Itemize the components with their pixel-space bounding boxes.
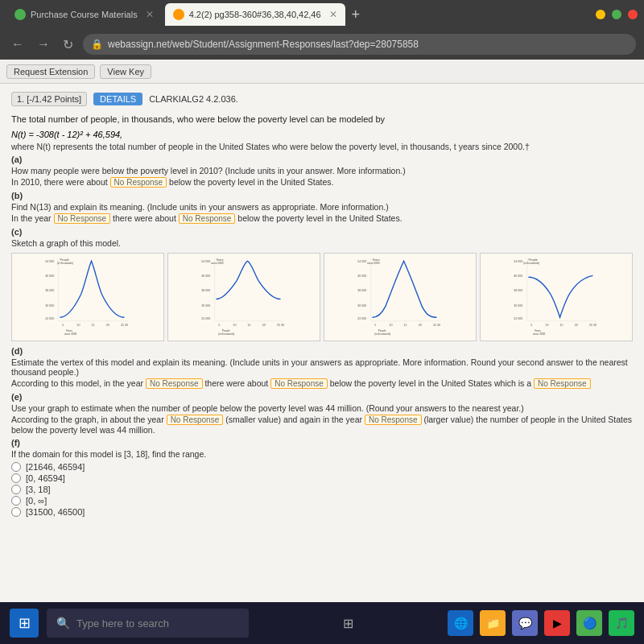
svg-text:(in thousands): (in thousands) [218,332,234,336]
new-tab-button[interactable]: + [352,6,361,23]
svg-text:20: 20 [262,324,266,327]
minimize-button[interactable] [596,10,605,19]
maximize-button[interactable] [612,10,621,19]
formula-note: where N(t) represents the total number o… [11,142,633,151]
svg-text:20: 20 [106,324,109,327]
chrome-app[interactable]: 🔵 [576,610,602,636]
svg-text:(in thousands): (in thousands) [523,261,539,264]
part-d-response2[interactable]: No Response [270,378,328,389]
discord-app[interactable]: 💬 [512,610,538,636]
svg-text:25 30: 25 30 [277,324,284,327]
edge-app[interactable]: 🌐 [448,610,473,636]
part-b-response1[interactable]: No Response [54,213,111,224]
part-e-middle: (smaller value) and again in the year [225,415,362,424]
svg-text:15: 15 [560,324,564,327]
svg-text:54 000: 54 000 [514,260,522,263]
part-e-answer: According to the graph, in about the yea… [11,415,633,435]
windows-icon: ⊞ [19,614,31,632]
svg-text:30 000: 30 000 [201,303,210,307]
radio-option-f-3[interactable]: [0, ∞] [11,496,633,506]
radio-option-f-2[interactable]: [3, 18] [11,485,633,494]
part-b-label: (b) [11,191,633,200]
part-e-response1[interactable]: No Response [167,415,224,425]
radio-f-4-label: [31500, 46500] [26,507,85,517]
problem-intro: The total number of people, in thousands… [11,113,633,126]
youtube-app[interactable]: ▶ [544,610,570,636]
tab-close-purchase[interactable]: ✕ [146,9,154,20]
files-app[interactable]: 📁 [480,610,506,636]
address-bar: ← → ↻ 🔒 webassign.net/web/Student/Assign… [0,29,644,60]
part-a-question: How many people were below the poverty l… [11,166,633,175]
formula: N(t) = -308(t - 12)² + 46,594, [11,130,633,139]
radio-f-4[interactable] [11,507,21,517]
svg-text:25 30: 25 30 [433,324,440,327]
part-d-response3[interactable]: No Response [534,378,591,389]
part-a-label: (a) [11,155,633,164]
graph-1[interactable]: 54 000 46 000 38 000 30 000 22 000 5 10 … [11,253,164,341]
part-d-prefix: According to this model, in the year [11,378,143,388]
refresh-button[interactable]: ↻ [60,34,76,56]
radio-f-1-label: [0, 46594] [26,473,65,483]
svg-text:since 2000: since 2000 [367,261,380,264]
taskview-button[interactable]: ⊞ [334,609,363,638]
part-b-suffix: below the poverty level in the United St… [237,213,402,223]
part-a-response[interactable]: No Response [110,177,167,188]
svg-text:30 000: 30 000 [357,303,366,307]
tab-close-webassign[interactable]: ✕ [329,9,337,20]
close-button[interactable] [628,10,638,19]
svg-text:15: 15 [404,324,407,327]
svg-text:5: 5 [62,324,64,327]
url-text: webassign.net/web/Student/Assignment-Res… [108,39,628,50]
radio-f-2-label: [3, 18] [26,485,51,494]
tab-icon-purchase [14,9,26,20]
svg-text:5: 5 [218,324,220,327]
svg-rect-34 [356,255,444,336]
tab-icon-webassign [173,9,184,20]
radio-f-3[interactable] [11,496,21,506]
part-b-middle: there were about [113,213,176,223]
view-key-button[interactable]: View Key [100,64,151,79]
graph-3[interactable]: 54 000 46 000 38 000 30 000 22 000 5 10 … [324,253,477,341]
part-d-response1[interactable]: No Response [146,378,203,389]
problem-header: 1. [-/1.42 Points] DETAILS CLARKIALG2 4.… [11,92,633,106]
spotify-app[interactable]: 🎵 [609,610,634,636]
svg-text:46 000: 46 000 [514,275,522,278]
part-b-question: Find N(13) and explain its meaning. (Inc… [11,202,633,212]
back-button[interactable]: ← [8,34,27,55]
radio-f-0[interactable] [11,462,21,472]
windows-start-button[interactable]: ⊞ [10,609,39,638]
url-bar[interactable]: 🔒 webassign.net/web/Student/Assignment-R… [83,34,636,55]
svg-text:46 000: 46 000 [357,275,366,278]
graph-2[interactable]: 54 000 46 000 38 000 30 000 22 000 5 10 … [167,253,320,341]
svg-text:22 000: 22 000 [45,317,54,320]
radio-option-f-4[interactable]: [31500, 46500] [11,507,633,517]
tab-label-webassign: 4.2(2) pg358-360#36,38,40,42,46 [189,10,321,19]
search-icon: 🔍 [56,617,70,630]
svg-text:54 000: 54 000 [45,260,54,263]
svg-rect-0 [43,255,131,336]
radio-f-3-label: [0, ∞] [26,496,47,506]
graph-4[interactable]: 54 000 46 000 38 000 30 000 22 000 5 10 … [480,253,633,341]
radio-f-2[interactable] [11,485,21,494]
taskbar: ⊞ 🔍 Type here to search ⊞ 🌐 📁 💬 ▶ [0,602,644,644]
forward-button[interactable]: → [34,34,53,55]
tab-purchase[interactable]: Purchase Course Materials ✕ [6,3,162,26]
svg-text:46 000: 46 000 [45,275,54,278]
part-e-response2[interactable]: No Response [365,415,422,425]
part-a-answer: In 2010, there were about No Response be… [11,177,633,188]
svg-text:10: 10 [76,324,80,327]
part-b-response2[interactable]: No Response [179,213,236,224]
part-e-label: (e) [11,392,633,402]
svg-text:22 000: 22 000 [357,317,366,320]
points-badge: 1. [-/1.42 Points] [11,92,87,106]
radio-option-f-1[interactable]: [0, 46594] [11,473,633,483]
svg-text:38 000: 38 000 [357,289,366,292]
request-extension-button[interactable]: Request Extension [6,64,95,79]
radio-f-1[interactable] [11,473,21,483]
tab-webassign[interactable]: 4.2(2) pg358-360#36,38,40,42,46 ✕ [165,3,345,26]
svg-text:since 2000: since 2000 [211,261,224,264]
svg-text:22 000: 22 000 [201,317,210,320]
taskbar-search-bar[interactable]: 🔍 Type here to search [47,609,249,638]
details-button[interactable]: DETAILS [93,93,142,105]
radio-option-f-0[interactable]: [21646, 46594] [11,462,633,472]
